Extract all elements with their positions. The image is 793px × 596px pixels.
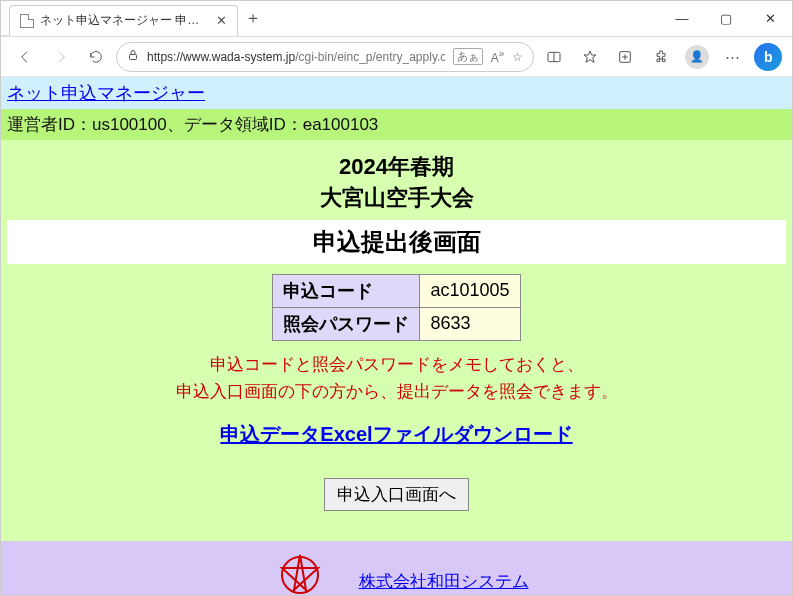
more-button[interactable]: ⋯ xyxy=(717,41,749,73)
password-value: 8633 xyxy=(420,307,520,340)
page-title: 申込提出後画面 xyxy=(13,226,780,258)
app-home-link[interactable]: ネット申込マネージャー xyxy=(7,83,205,103)
split-icon[interactable] xyxy=(538,41,570,73)
reader-icon[interactable]: あぁ xyxy=(453,48,483,65)
result-table: 申込コード ac101005 照会パスワード 8633 xyxy=(272,274,520,341)
notice-line2: 申込入口画面の下の方から、提出データを照会できます。 xyxy=(7,378,786,405)
svg-rect-0 xyxy=(130,55,137,60)
password-label: 照会パスワード xyxy=(273,307,420,340)
close-tab-icon[interactable]: ✕ xyxy=(216,13,227,28)
back-button[interactable] xyxy=(9,41,41,73)
new-tab-button[interactable]: ＋ xyxy=(238,1,268,36)
event-line2: 大宮山空手大会 xyxy=(320,185,474,210)
url-host: https://www.wada-system.jp xyxy=(147,50,295,64)
address-bar[interactable]: https://www.wada-system.jp/cgi-bin/einc_… xyxy=(116,42,534,72)
lock-icon xyxy=(127,49,139,64)
maximize-button[interactable]: ▢ xyxy=(704,1,748,36)
company-link[interactable]: 株式会社和田システム xyxy=(359,570,529,593)
favorite-icon[interactable]: ☆ xyxy=(512,50,523,64)
company-logo: 和田システム xyxy=(265,547,335,595)
extensions-icon[interactable] xyxy=(645,41,677,73)
operator-info: 運営者ID：us100100、データ領域ID：ea100103 xyxy=(7,115,378,134)
close-window-button[interactable]: ✕ xyxy=(748,1,792,36)
text-size-icon[interactable]: A» xyxy=(491,48,505,65)
code-label: 申込コード xyxy=(273,274,420,307)
bing-button[interactable]: b xyxy=(752,41,784,73)
favorites-icon[interactable] xyxy=(574,41,606,73)
profile-button[interactable]: 👤 xyxy=(681,41,713,73)
code-value: ac101005 xyxy=(420,274,520,307)
tab-title: ネット申込マネージャー 申込提出後画 xyxy=(40,12,210,29)
url-path: /cgi-bin/einc_p/entry_apply.cgi xyxy=(295,50,445,64)
page-icon xyxy=(20,14,34,28)
event-line1: 2024年春期 xyxy=(339,154,454,179)
svg-point-6 xyxy=(282,557,318,593)
notice-line1: 申込コードと照会パスワードをメモしておくと、 xyxy=(7,351,786,378)
back-to-entry-button[interactable]: 申込入口画面へ xyxy=(324,478,469,511)
minimize-button[interactable]: ― xyxy=(660,1,704,36)
forward-button[interactable] xyxy=(45,41,77,73)
browser-tab[interactable]: ネット申込マネージャー 申込提出後画 ✕ xyxy=(9,5,238,36)
collections-icon[interactable] xyxy=(610,41,642,73)
download-excel-link[interactable]: 申込データExcelファイルダウンロード xyxy=(220,421,572,448)
refresh-button[interactable] xyxy=(80,41,112,73)
